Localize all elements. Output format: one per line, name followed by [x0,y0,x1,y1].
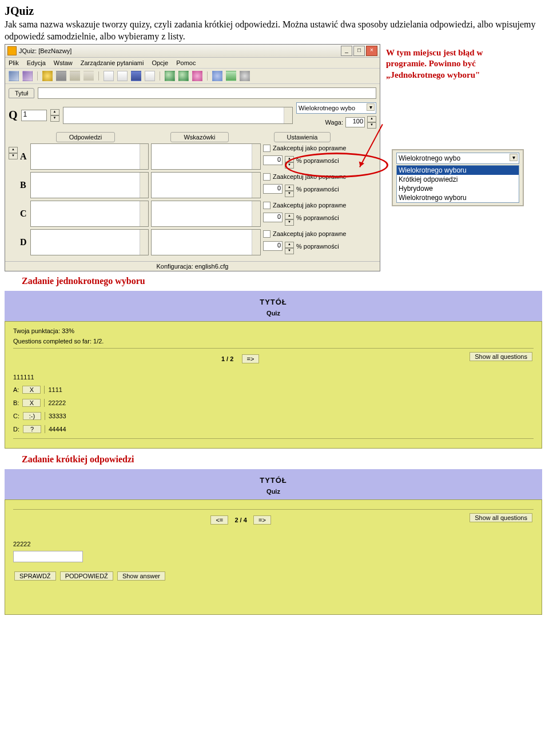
question-text: 111111 [13,374,534,381]
save-icon[interactable] [131,71,141,81]
statusbar: Konfiguracja: english6.cfg [5,261,380,271]
col-wskazowki[interactable]: Wskazówki [170,132,228,142]
menu-pomoc[interactable]: Pomoc [176,59,196,66]
opt-letter: B: [13,399,19,406]
paste-icon[interactable] [83,71,94,81]
toolbar-icon[interactable] [9,71,19,81]
minimize-button[interactable]: _ [341,46,352,56]
spin-up[interactable]: ▲ [9,147,18,153]
type-dropdown[interactable]: Wielokrotnego wybo [296,102,376,114]
web-icon[interactable] [178,71,189,81]
open-icon[interactable] [117,71,128,81]
nav-prev-button[interactable]: <= [210,515,228,525]
opt-button[interactable]: X [22,399,41,407]
page-title: JQuiz [5,5,544,18]
opt-button[interactable]: X [22,386,41,394]
hint-button[interactable]: PODPOWIEDŹ [60,571,113,581]
dropdown-item[interactable]: Krótkiej odpowiedzi [397,175,519,184]
menu-wstaw[interactable]: Wstaw [54,59,73,66]
check-button[interactable]: SPRAWDŹ [14,571,56,581]
spin-down[interactable]: ▼ [285,162,294,169]
accept-checkbox[interactable] [263,173,270,181]
col-ustawienia[interactable]: Ustawienia [274,132,331,142]
maximize-button[interactable]: □ [353,46,365,56]
percent-input[interactable]: 0 [263,155,283,165]
hint-input[interactable] [151,229,261,255]
menu-plik[interactable]: Plik [9,59,19,66]
hint-input[interactable] [151,201,261,227]
col-odpowiedzi[interactable]: Odpowiedzi [56,132,115,142]
window-title: JQuiz: [BezNazwy] [19,47,341,54]
hint-input[interactable] [151,143,261,170]
showanswer-button[interactable]: Show answer [117,571,165,581]
undo-icon[interactable] [42,71,53,81]
menu-zarzadzanie[interactable]: Zarządzanie pytaniami [81,59,144,66]
nav-next-button[interactable]: => [242,354,260,363]
opt-button[interactable]: ? [23,425,41,433]
answer-input[interactable] [13,551,83,562]
nav-next-button[interactable]: => [253,515,271,525]
dropdown-item[interactable]: Hybrydowe [397,184,519,193]
title-tab[interactable]: Tytuł [9,88,34,98]
answer-input[interactable] [30,229,149,255]
dropdown-item[interactable]: Wielokrotnego wyboru [397,166,519,175]
spin-down[interactable]: ▼ [367,122,376,129]
answer-label: D [20,237,28,247]
spin-up[interactable]: ▲ [285,185,294,191]
accept-checkbox[interactable] [263,145,270,152]
chart-icon[interactable] [226,71,236,81]
new-icon[interactable] [104,71,114,81]
accept-checkbox[interactable] [263,230,270,238]
opt-button[interactable]: :-) [23,412,41,420]
opt-text: 33333 [49,413,66,419]
toolbar-icon[interactable] [22,71,33,81]
show-all-button[interactable]: Show all questions [470,352,532,361]
answer-label: C [20,209,28,219]
copy-icon[interactable] [70,71,80,81]
dropdown-item[interactable]: Wielokrotnego wyboru [397,193,519,202]
spin-down[interactable]: ▼ [285,219,294,226]
menu-edycja[interactable]: Edycja [27,59,46,66]
spin-up[interactable]: ▲ [285,242,294,248]
link-icon[interactable] [212,71,222,81]
percent-input[interactable]: 0 [263,241,283,251]
saveas-icon[interactable] [145,71,155,81]
dropdown-closed[interactable]: Wielokrotnego wybo [396,153,519,164]
spin-up[interactable]: ▲ [285,156,294,162]
question-text[interactable] [63,107,293,124]
close-button[interactable]: × [366,46,377,56]
spin-down[interactable]: ▼ [50,115,59,122]
percent-input[interactable]: 0 [263,184,283,194]
spin-down[interactable]: ▼ [285,248,294,254]
toolbar [5,69,380,84]
hint-input[interactable] [151,172,261,198]
export-icon[interactable] [165,71,175,81]
score-line2: Questions completed so far: 1/2. [13,338,534,345]
app-icon [7,46,17,55]
weight-input[interactable]: 100 [345,117,365,127]
accept-checkbox[interactable] [263,202,270,209]
answer-input[interactable] [30,172,149,198]
spin-up[interactable]: ▲ [285,213,294,219]
preview1-subtitle: Quiz [5,310,542,317]
percent-input[interactable]: 0 [263,213,283,222]
toolbar-icon[interactable] [192,71,202,81]
answer-input[interactable] [30,201,149,227]
spin-down[interactable]: ▼ [9,153,18,159]
q-number-input[interactable]: 1 [21,110,47,121]
nav-pos: 1 / 2 [221,355,233,362]
spin-up[interactable]: ▲ [50,109,59,115]
menu-opcje[interactable]: Opcje [152,59,168,66]
answer-label: A [20,151,28,162]
answer-input[interactable] [30,143,149,170]
spin-down[interactable]: ▼ [285,191,294,197]
title-input[interactable] [38,87,376,99]
accept-label: Zaakceptuj jako poprawne [273,145,346,151]
menubar: Plik Edycja Wstaw Zarządzanie pytaniami … [5,58,380,69]
cut-icon[interactable] [56,71,66,81]
opt-letter: D: [13,426,19,433]
settings-icon[interactable] [240,71,250,81]
app-window: JQuiz: [BezNazwy] _ □ × Plik Edycja Wsta… [5,44,380,271]
show-all-button[interactable]: Show all questions [470,513,532,522]
spin-up[interactable]: ▲ [367,116,376,122]
